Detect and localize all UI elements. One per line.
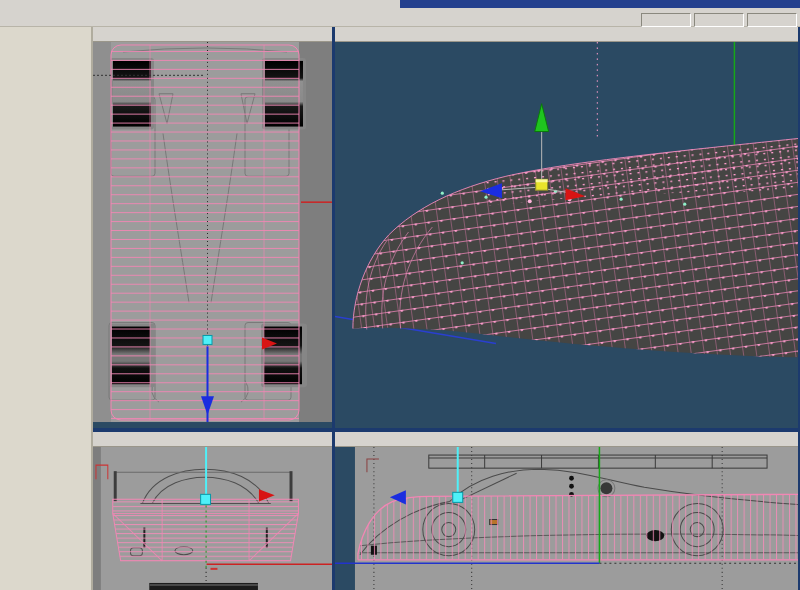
sel-lock-toggle[interactable] — [747, 13, 797, 27]
wing-endplate-right — [290, 471, 293, 501]
pers-viewport-canvas[interactable] — [335, 42, 798, 428]
face-count — [694, 13, 744, 27]
viewport-pers-header — [335, 27, 798, 42]
template-dot — [569, 484, 574, 489]
sidebar — [0, 27, 93, 590]
viewport-top[interactable] — [93, 42, 332, 428]
top-viewport-canvas[interactable] — [93, 42, 332, 428]
move-handle[interactable] — [203, 335, 212, 344]
front-left-margin — [93, 447, 101, 590]
handle-highlight — [536, 179, 548, 182]
ground-shadow-highlight — [149, 584, 258, 586]
template-dot — [569, 476, 574, 481]
car-side-wireframe — [358, 494, 798, 559]
wing-endplate-left — [114, 471, 117, 501]
car-top-wireframe — [111, 45, 299, 420]
axis-tick — [211, 568, 218, 570]
move-handle[interactable] — [453, 492, 463, 502]
viewport-front-header — [93, 432, 332, 447]
viewport-front[interactable] — [93, 447, 332, 590]
status-bar — [0, 13, 800, 27]
viewport-left[interactable] — [335, 447, 798, 590]
front-viewport-canvas[interactable] — [93, 447, 332, 590]
vertical-splitter[interactable] — [332, 27, 335, 590]
viewport-left-header — [335, 432, 798, 447]
vertex-count — [641, 13, 691, 27]
left-teal-margin — [335, 447, 355, 590]
top-left-margin — [93, 42, 111, 428]
viewport-top-header — [93, 27, 332, 42]
app-window — [0, 0, 800, 590]
move-handle[interactable] — [201, 494, 211, 504]
background-window-strip — [400, 0, 800, 8]
left-viewport-canvas[interactable] — [335, 447, 798, 590]
viewport-pers[interactable] — [335, 42, 798, 428]
horizontal-splitter[interactable] — [93, 428, 800, 432]
intake-circle — [600, 482, 612, 494]
